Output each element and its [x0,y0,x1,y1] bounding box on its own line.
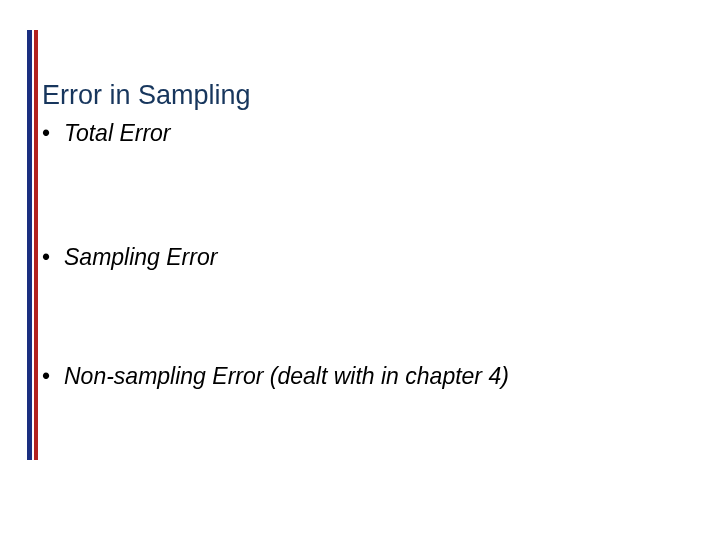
bullet-icon: • [42,244,64,272]
slide-body: •Total Error •Sampling Error •Non-sampli… [42,120,682,391]
bullet-item: •Total Error [42,120,682,148]
accent-bar-red [34,30,38,460]
bullet-text: Non-sampling Error (dealt with in chapte… [64,363,509,389]
accent-bar-blue [27,30,32,460]
slide-title: Error in Sampling [42,80,251,111]
bullet-icon: • [42,363,64,391]
bullet-text: Total Error [64,120,171,146]
bullet-text: Sampling Error [64,244,217,270]
slide: Error in Sampling •Total Error •Sampling… [0,0,720,540]
bullet-item: •Sampling Error [42,244,682,272]
bullet-item: •Non-sampling Error (dealt with in chapt… [42,363,682,391]
bullet-icon: • [42,120,64,148]
